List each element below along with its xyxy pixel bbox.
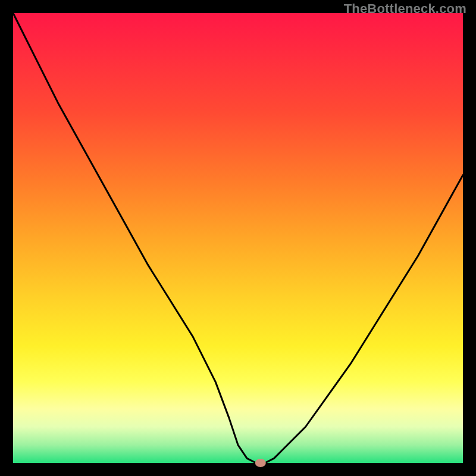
plot-area xyxy=(13,13,463,463)
chart-frame: TheBottleneck.com xyxy=(0,0,476,476)
bottleneck-curve xyxy=(13,13,463,463)
optimum-marker xyxy=(255,459,266,467)
chart-svg xyxy=(13,13,463,463)
